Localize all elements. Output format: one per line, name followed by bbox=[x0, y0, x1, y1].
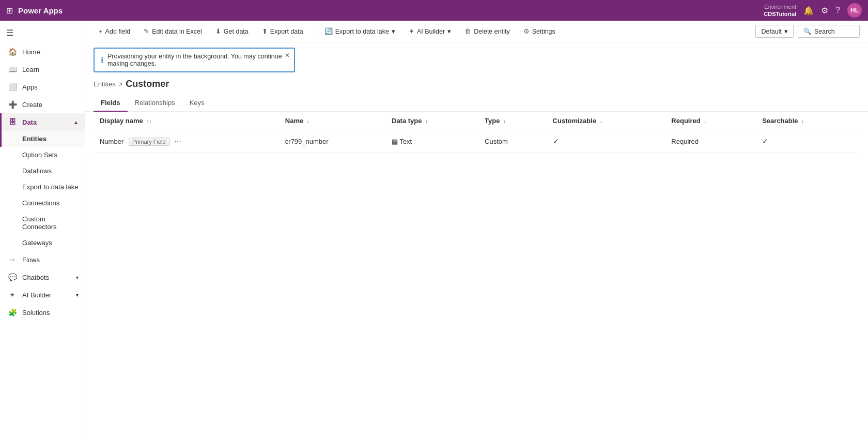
searchable-check: ✓ bbox=[762, 137, 768, 145]
sidebar-item-custom-connectors[interactable]: Custom Connectors bbox=[0, 211, 85, 235]
apps-icon: ⬜ bbox=[8, 83, 17, 91]
col-required[interactable]: Required ↓ bbox=[665, 112, 756, 130]
export-lake-button[interactable]: 🔄 Export to data lake ▾ bbox=[319, 25, 400, 38]
sort-icon: ↓ bbox=[503, 118, 506, 124]
sidebar-item-dataflows[interactable]: Dataflows bbox=[0, 163, 85, 179]
search-label: Search bbox=[814, 28, 835, 35]
sidebar-item-label: Apps bbox=[22, 83, 38, 91]
dataflows-label: Dataflows bbox=[22, 167, 52, 175]
bell-icon[interactable]: 🔔 bbox=[803, 6, 814, 16]
sort-icon: ↓ bbox=[704, 118, 706, 124]
toolbar: + Add field ✎ Edit data in Excel ⬇ Get d… bbox=[85, 21, 868, 42]
data-type-text: Text bbox=[399, 138, 412, 145]
sidebar-item-gateways[interactable]: Gateways bbox=[0, 235, 85, 251]
delete-entity-button[interactable]: 🗑 Delete entity bbox=[459, 25, 515, 38]
sort-icon: ↑↓ bbox=[146, 118, 151, 124]
sidebar-item-flows[interactable]: ↔ Flows bbox=[0, 251, 85, 268]
col-searchable[interactable]: Searchable ↓ bbox=[756, 112, 860, 130]
data-type-icon: ▤ bbox=[392, 138, 398, 145]
sidebar-item-entities[interactable]: Entities bbox=[0, 131, 85, 147]
data-icon: 🗄 bbox=[8, 118, 17, 126]
settings-label: Settings bbox=[532, 28, 555, 35]
cell-name: cr799_number bbox=[279, 130, 385, 153]
notification-close-button[interactable]: ✕ bbox=[285, 52, 290, 59]
cell-customizable: ✓ bbox=[547, 130, 665, 153]
col-data-type[interactable]: Data type ↓ bbox=[385, 112, 478, 130]
environment-info: Environment CDSTutorial bbox=[764, 3, 796, 18]
export-data-button[interactable]: ⬆ Export data bbox=[257, 25, 308, 38]
cell-type: Custom bbox=[478, 130, 547, 153]
tab-relationships[interactable]: Relationships bbox=[128, 95, 182, 112]
ai-builder-label: AI Builder bbox=[417, 28, 445, 35]
breadcrumb: Entities > Customer bbox=[85, 72, 868, 89]
sidebar-item-create[interactable]: ➕ Create bbox=[0, 96, 85, 113]
sidebar-item-apps[interactable]: ⬜ Apps bbox=[0, 78, 85, 96]
search-icon: 🔍 bbox=[803, 27, 812, 35]
sidebar-item-option-sets[interactable]: Option Sets bbox=[0, 147, 85, 163]
col-type[interactable]: Type ↓ bbox=[478, 112, 547, 130]
cell-display-name: Number Primary Field ··· bbox=[94, 130, 279, 153]
export-lake-label: Export to data lake bbox=[22, 183, 78, 191]
toolbar-divider bbox=[314, 26, 314, 37]
notification-message: Provisioning your entity in the backgrou… bbox=[107, 53, 288, 67]
sort-icon: ↓ bbox=[425, 118, 428, 124]
home-icon: 🏠 bbox=[8, 48, 17, 56]
row-more-button[interactable]: ··· bbox=[171, 135, 184, 147]
env-name: CDSTutorial bbox=[764, 10, 796, 18]
delete-icon: 🗑 bbox=[464, 27, 471, 35]
sidebar-item-chatbots[interactable]: 💬 Chatbots ▾ bbox=[0, 268, 85, 286]
sidebar-item-home[interactable]: 🏠 Home bbox=[0, 43, 85, 61]
edit-data-button[interactable]: ✎ Edit data in Excel bbox=[138, 25, 207, 38]
sidebar-item-ai-builder[interactable]: ✦ AI Builder ▾ bbox=[0, 286, 85, 304]
sidebar-item-export-data-lake[interactable]: Export to data lake bbox=[0, 179, 85, 195]
entities-label: Entities bbox=[22, 135, 47, 143]
cell-searchable: ✓ bbox=[756, 130, 860, 153]
get-data-icon: ⬇ bbox=[215, 27, 221, 35]
tab-fields[interactable]: Fields bbox=[94, 95, 128, 112]
settings-button[interactable]: ⚙ Settings bbox=[518, 25, 561, 38]
sidebar-toggle[interactable]: ☰ bbox=[0, 23, 85, 43]
breadcrumb-parent[interactable]: Entities bbox=[94, 80, 116, 88]
grid-icon[interactable]: ⊞ bbox=[6, 6, 13, 16]
settings-icon: ⚙ bbox=[523, 27, 530, 35]
avatar[interactable]: HL bbox=[847, 3, 862, 18]
export-lake-chevron: ▾ bbox=[392, 27, 395, 35]
sidebar-item-label: Home bbox=[22, 48, 40, 56]
sidebar-item-label: Data bbox=[22, 118, 37, 126]
delete-label: Delete entity bbox=[474, 28, 509, 35]
ai-chevron: ▾ bbox=[447, 27, 451, 35]
sidebar-item-solutions[interactable]: 🧩 Solutions bbox=[0, 304, 85, 321]
add-field-label: Add field bbox=[105, 28, 131, 35]
col-name[interactable]: Name ↓ bbox=[279, 112, 385, 130]
lake-icon: 🔄 bbox=[324, 27, 333, 35]
main-layout: ☰ 🏠 Home 📖 Learn ⬜ Apps ➕ Create 🗄 Data … bbox=[0, 21, 868, 437]
sort-icon: ↓ bbox=[600, 118, 602, 124]
sidebar-item-connections[interactable]: Connections bbox=[0, 195, 85, 211]
search-button[interactable]: 🔍 Search bbox=[798, 25, 860, 38]
cell-required: Required bbox=[665, 130, 756, 153]
export-icon: ⬆ bbox=[262, 27, 268, 35]
flows-icon: ↔ bbox=[8, 255, 17, 264]
gateways-label: Gateways bbox=[22, 239, 52, 247]
primary-field-badge: Primary Field bbox=[129, 138, 169, 146]
col-display-name[interactable]: Display name ↑↓ bbox=[94, 112, 279, 130]
notification-banner: ℹ Provisioning your entity in the backgr… bbox=[94, 48, 295, 72]
tab-keys[interactable]: Keys bbox=[182, 95, 212, 112]
add-field-button[interactable]: + Add field bbox=[94, 25, 135, 38]
sidebar-item-data[interactable]: 🗄 Data ▲ bbox=[0, 113, 85, 131]
edit-icon: ✎ bbox=[144, 27, 149, 35]
gear-icon[interactable]: ⚙ bbox=[821, 6, 828, 16]
col-customizable[interactable]: Customizable ↓ bbox=[547, 112, 665, 130]
ai-builder-button[interactable]: ✦ AI Builder ▾ bbox=[404, 25, 456, 38]
get-data-button[interactable]: ⬇ Get data bbox=[210, 25, 254, 38]
fields-table: Display name ↑↓ Name ↓ Data type ↓ Typ bbox=[94, 112, 860, 153]
help-icon[interactable]: ? bbox=[835, 6, 840, 15]
learn-icon: 📖 bbox=[8, 65, 17, 73]
content-area: + Add field ✎ Edit data in Excel ⬇ Get d… bbox=[85, 21, 868, 437]
customizable-check: ✓ bbox=[553, 137, 559, 145]
chevron-down-icon: ▾ bbox=[76, 292, 79, 298]
sidebar-item-learn[interactable]: 📖 Learn bbox=[0, 61, 85, 78]
table-container: Display name ↑↓ Name ↓ Data type ↓ Typ bbox=[85, 112, 868, 437]
default-button[interactable]: Default ▾ bbox=[755, 25, 794, 38]
breadcrumb-current: Customer bbox=[126, 79, 169, 89]
